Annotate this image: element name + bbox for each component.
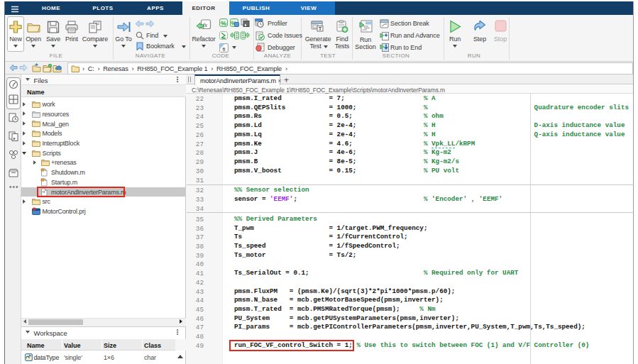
svg-text:fi: fi: [223, 46, 226, 53]
svg-text:T: T: [319, 26, 321, 31]
svg-text:%: %: [221, 20, 226, 27]
